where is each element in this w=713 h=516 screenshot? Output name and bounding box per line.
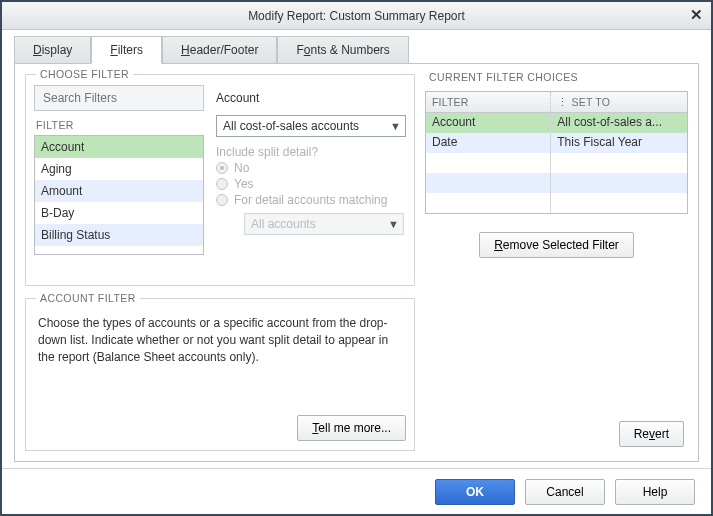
cfc-setto: All cost-of-sales a... [551,113,687,133]
radio-label: Yes [234,177,254,191]
current-choice-row[interactable] [426,173,687,193]
right-panel: CURRENT FILTER CHOICES FILTER ⋮ SET TO A… [425,74,688,451]
filter-search-wrap: FILTER Account Aging Amount B-Day Billin… [34,85,204,255]
dialog-button-bar: OK Cancel Help [2,468,711,514]
chevron-down-icon: ▼ [388,218,399,230]
filter-label: FILTER [36,119,204,131]
search-filters-input[interactable] [34,85,204,111]
left-panel: CHOOSE FILTER FILTER Account Aging Amoun… [25,74,415,451]
cfc-filter: Account [426,113,551,133]
remove-selected-filter-button[interactable]: Remove Selected Filter [479,232,634,258]
help-button[interactable]: Help [615,479,695,505]
split-accounts-dropdown: All accounts ▼ [244,213,404,235]
current-choices-header: FILTER ⋮ SET TO [426,92,687,113]
chevron-down-icon: ▼ [390,120,401,132]
col-filter: FILTER [426,92,551,112]
radio-label: For detail accounts matching [234,193,387,207]
radio-icon [216,162,228,174]
cancel-button[interactable]: Cancel [525,479,605,505]
close-icon[interactable]: ✕ [690,6,703,24]
filter-item[interactable]: Billing Status [35,224,203,246]
split-accounts-value: All accounts [251,217,316,231]
current-choices-table: FILTER ⋮ SET TO Account All cost-of-sale… [425,91,688,214]
account-filter-legend: ACCOUNT FILTER [36,292,140,304]
choose-filter-legend: CHOOSE FILTER [36,68,133,80]
choose-filter-row: FILTER Account Aging Amount B-Day Billin… [34,85,406,255]
account-filter-text: Choose the types of accounts or a specif… [34,309,406,405]
tab-fonts-numbers[interactable]: Fonts & Numbers [277,36,408,64]
filter-detail: Account All cost-of-sales accounts ▼ Inc… [212,85,406,235]
split-radio-no: No [216,161,406,175]
filter-item[interactable]: B-Day [35,202,203,224]
split-radio-matching: For detail accounts matching [216,193,406,207]
col-set-to: ⋮ SET TO [551,92,687,112]
filter-list[interactable]: Account Aging Amount B-Day Billing Statu… [34,135,204,255]
tab-body-filters: CHOOSE FILTER FILTER Account Aging Amoun… [14,63,699,462]
radio-icon [216,194,228,206]
filter-item[interactable]: Account [35,136,203,158]
tab-strip: Display Filters Header/Footer Fonts & Nu… [2,30,711,64]
current-choices-legend: CURRENT FILTER CHOICES [429,71,688,83]
account-type-dropdown-value: All cost-of-sales accounts [223,119,359,133]
filter-item[interactable]: Aging [35,158,203,180]
account-filter-group: ACCOUNT FILTER Choose the types of accou… [25,298,415,451]
cfc-filter: Date [426,133,551,153]
tab-display[interactable]: Display [14,36,91,64]
tab-filters[interactable]: Filters [91,36,162,64]
current-choice-row[interactable]: Account All cost-of-sales a... [426,113,687,133]
window-title: Modify Report: Custom Summary Report [248,9,465,23]
radio-label: No [234,161,249,175]
ok-button[interactable]: OK [435,479,515,505]
cfc-setto: This Fiscal Year [551,133,687,153]
split-radio-yes: Yes [216,177,406,191]
modify-report-dialog: Modify Report: Custom Summary Report ✕ D… [0,0,713,516]
choose-filter-group: CHOOSE FILTER FILTER Account Aging Amoun… [25,74,415,286]
current-choice-row[interactable] [426,193,687,213]
titlebar: Modify Report: Custom Summary Report ✕ [2,2,711,30]
current-choice-row[interactable] [426,153,687,173]
split-detail-label: Include split detail? [216,145,406,159]
current-choice-row[interactable]: Date This Fiscal Year [426,133,687,153]
account-type-dropdown[interactable]: All cost-of-sales accounts ▼ [216,115,406,137]
radio-icon [216,178,228,190]
tab-header-footer[interactable]: Header/Footer [162,36,277,64]
split-detail-group: Include split detail? No Yes [216,145,406,235]
filter-item[interactable]: Amount [35,180,203,202]
current-filter-name: Account [216,91,406,105]
tell-me-more-button[interactable]: Tell me more... [297,415,406,441]
revert-button[interactable]: Revert [619,421,684,447]
